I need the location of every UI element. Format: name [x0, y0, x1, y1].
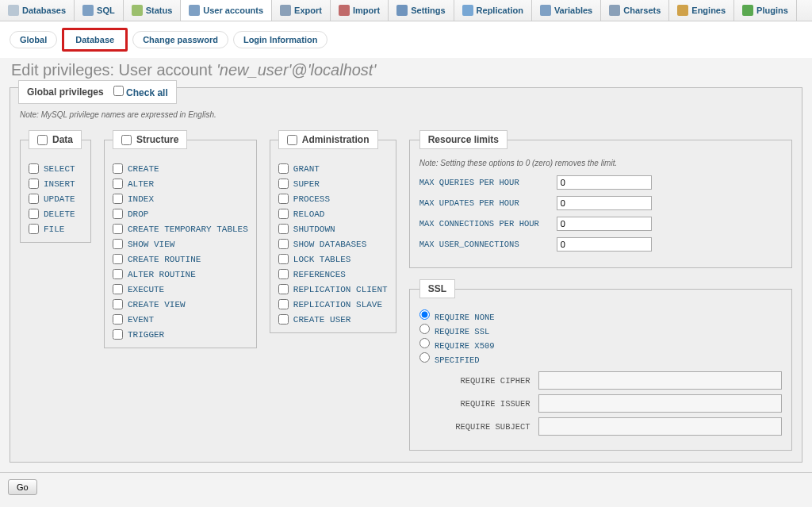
- priv-delete-checkbox[interactable]: [29, 209, 39, 219]
- priv-create-temporary-tables-checkbox[interactable]: [113, 224, 123, 234]
- ssl-option-require-none[interactable]: REQUIRE NONE: [419, 309, 782, 322]
- priv-super-checkbox[interactable]: [278, 179, 289, 189]
- ssl-field-label: REQUIRE ISSUER: [419, 399, 530, 409]
- priv-event-checkbox[interactable]: [113, 314, 123, 325]
- tab-change-password[interactable]: Change password: [132, 31, 228, 48]
- ssl-field-input-require-subject[interactable]: [538, 417, 782, 436]
- priv-trigger-checkbox[interactable]: [113, 329, 123, 340]
- ssl-option-require-x509[interactable]: REQUIRE X509: [419, 338, 782, 351]
- ssl-radio-require-x509[interactable]: [419, 338, 430, 348]
- tab-import[interactable]: Import: [331, 0, 389, 21]
- priv-create-routine-checkbox[interactable]: [113, 254, 123, 264]
- priv-insert-checkbox[interactable]: [29, 179, 39, 189]
- priv-index[interactable]: INDEX: [113, 194, 248, 204]
- priv-update[interactable]: UPDATE: [29, 194, 82, 204]
- priv-reload[interactable]: RELOAD: [278, 209, 388, 219]
- tab-label: Settings: [411, 6, 445, 15]
- priv-create-view-checkbox[interactable]: [113, 299, 123, 309]
- priv-show-databases-checkbox[interactable]: [278, 239, 289, 249]
- tab-engines[interactable]: Engines: [669, 0, 734, 21]
- go-button[interactable]: Go: [8, 479, 37, 495]
- priv-lock-tables-checkbox[interactable]: [278, 254, 289, 264]
- tab-settings[interactable]: Settings: [389, 0, 454, 21]
- priv-show-view[interactable]: SHOW VIEW: [113, 239, 248, 249]
- ssl-radio-require-none[interactable]: [419, 309, 430, 320]
- tab-login-information[interactable]: Login Information: [233, 31, 327, 48]
- priv-trigger[interactable]: TRIGGER: [113, 329, 248, 340]
- priv-file-checkbox[interactable]: [29, 224, 39, 234]
- tab-global[interactable]: Global: [10, 31, 57, 48]
- ssl-option-require-ssl[interactable]: REQUIRE SSL: [419, 324, 782, 336]
- tab-status[interactable]: Status: [124, 0, 182, 21]
- group-structure-checkall[interactable]: [121, 135, 132, 145]
- priv-references-checkbox[interactable]: [278, 269, 289, 279]
- ssl-field-input-require-cipher[interactable]: [538, 371, 782, 390]
- priv-process-checkbox[interactable]: [278, 194, 289, 204]
- priv-delete[interactable]: DELETE: [29, 209, 82, 219]
- priv-reload-checkbox[interactable]: [278, 209, 289, 219]
- resource-input-max-updates-per-hour[interactable]: [557, 196, 652, 210]
- priv-replication-client[interactable]: REPLICATION CLIENT: [278, 284, 388, 294]
- priv-create[interactable]: CREATE: [113, 163, 248, 174]
- priv-file[interactable]: FILE: [29, 224, 82, 234]
- ssl-field-input-require-issuer[interactable]: [538, 394, 782, 413]
- priv-alter[interactable]: ALTER: [113, 179, 248, 189]
- tab-charsets[interactable]: Charsets: [601, 0, 669, 21]
- ssl-radio-specified[interactable]: [419, 352, 430, 363]
- group-data-checkall[interactable]: [37, 135, 48, 145]
- tab-databases[interactable]: Databases: [0, 0, 75, 21]
- resource-input-max-queries-per-hour[interactable]: [557, 175, 652, 190]
- resource-input-max-connections-per-hour[interactable]: [557, 217, 652, 231]
- priv-label: LOCK TABLES: [293, 255, 351, 264]
- priv-insert[interactable]: INSERT: [29, 179, 82, 189]
- priv-create-temporary-tables[interactable]: CREATE TEMPORARY TABLES: [113, 224, 248, 234]
- priv-select-checkbox[interactable]: [29, 163, 39, 174]
- priv-create-view[interactable]: CREATE VIEW: [113, 299, 248, 309]
- priv-label: REPLICATION SLAVE: [293, 300, 382, 309]
- priv-lock-tables[interactable]: LOCK TABLES: [278, 254, 388, 264]
- priv-shutdown-checkbox[interactable]: [278, 224, 289, 234]
- priv-replication-slave-checkbox[interactable]: [278, 299, 289, 309]
- check-all-checkbox[interactable]: [113, 86, 124, 96]
- priv-process[interactable]: PROCESS: [278, 194, 388, 204]
- priv-create-user[interactable]: CREATE USER: [278, 314, 388, 325]
- priv-drop-checkbox[interactable]: [113, 209, 123, 219]
- priv-replication-slave[interactable]: REPLICATION SLAVE: [278, 299, 388, 309]
- priv-super[interactable]: SUPER: [278, 179, 388, 189]
- priv-select[interactable]: SELECT: [29, 163, 82, 174]
- priv-create-checkbox[interactable]: [113, 163, 123, 174]
- priv-grant-checkbox[interactable]: [278, 163, 289, 174]
- tab-database[interactable]: Database: [62, 28, 128, 52]
- tab-variables[interactable]: Variables: [532, 0, 601, 21]
- priv-execute[interactable]: EXECUTE: [113, 284, 248, 294]
- priv-index-checkbox[interactable]: [113, 194, 123, 204]
- priv-execute-checkbox[interactable]: [113, 284, 123, 294]
- tab-user-accounts[interactable]: User accounts: [181, 0, 272, 21]
- tab-replication[interactable]: Replication: [454, 0, 532, 21]
- priv-replication-client-checkbox[interactable]: [278, 284, 289, 294]
- group-admin-checkall[interactable]: [287, 135, 297, 145]
- priv-update-checkbox[interactable]: [29, 194, 39, 204]
- priv-alter-routine-checkbox[interactable]: [113, 269, 123, 279]
- priv-event[interactable]: EVENT: [113, 314, 248, 325]
- check-all-label[interactable]: Check all: [113, 86, 168, 98]
- resource-input-max-user_connections[interactable]: [557, 237, 652, 252]
- priv-create-routine[interactable]: CREATE ROUTINE: [113, 254, 248, 264]
- tab-export[interactable]: Export: [272, 0, 331, 21]
- priv-create-user-checkbox[interactable]: [278, 314, 289, 325]
- priv-drop[interactable]: DROP: [113, 209, 248, 219]
- tab-sql[interactable]: SQL: [75, 0, 124, 21]
- priv-shutdown[interactable]: SHUTDOWN: [278, 224, 388, 234]
- resource-label: MAX CONNECTIONS PER HOUR: [419, 219, 550, 229]
- priv-show-databases[interactable]: SHOW DATABASES: [278, 239, 388, 249]
- priv-alter-routine[interactable]: ALTER ROUTINE: [113, 269, 248, 279]
- tab-plugins[interactable]: Plugins: [734, 0, 797, 21]
- tab-label: Variables: [554, 6, 592, 15]
- priv-show-view-checkbox[interactable]: [113, 239, 123, 249]
- ssl-radio-require-ssl[interactable]: [419, 324, 430, 334]
- priv-alter-checkbox[interactable]: [113, 179, 123, 189]
- priv-references[interactable]: REFERENCES: [278, 269, 388, 279]
- ssl-option-specified[interactable]: SPECIFIED: [419, 352, 782, 365]
- priv-grant[interactable]: GRANT: [278, 163, 388, 174]
- priv-label: CREATE: [128, 164, 159, 174]
